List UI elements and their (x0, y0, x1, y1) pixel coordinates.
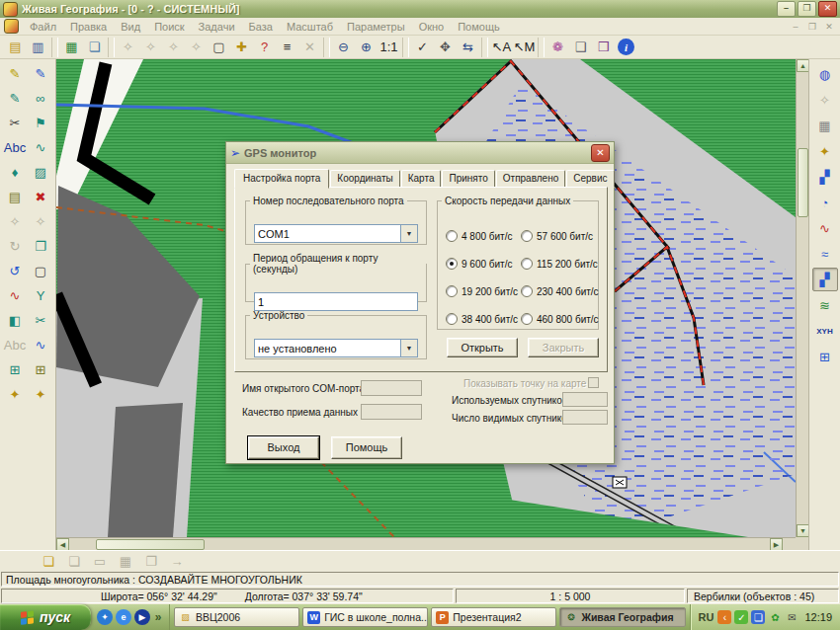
flashlight-icon[interactable]: ✦ (812, 139, 838, 163)
taskbar-task-button[interactable]: ▨ ВВЦ2006 (174, 607, 299, 627)
quicklaunch-media-icon[interactable]: ▶ (134, 609, 150, 625)
scroll-down-icon[interactable]: ▼ (797, 524, 808, 537)
lamp-add-icon[interactable]: ✚ (230, 37, 253, 58)
dialog-tab[interactable]: Сервис (566, 170, 614, 188)
start-button[interactable]: пуск (0, 604, 91, 630)
relief-map-icon[interactable]: ≋ (812, 293, 838, 317)
baud-rate-radio[interactable]: 115 200 бит/с (521, 250, 599, 277)
pie-chart-icon[interactable]: ◔ (812, 191, 838, 214)
toolbar-button[interactable] (323, 38, 330, 57)
period-input[interactable] (254, 292, 418, 311)
baud-rate-radio[interactable]: 19 200 бит/с (446, 277, 521, 305)
big-squares-icon[interactable]: ⊞ (28, 357, 53, 381)
chevron-down-icon[interactable]: ▼ (400, 340, 417, 356)
layer-new-icon[interactable]: ❏ (36, 550, 61, 572)
palette-icon[interactable]: ❁ (546, 37, 569, 58)
vertical-scroll-thumb[interactable] (798, 148, 808, 217)
curve-icon[interactable]: ∿ (28, 333, 53, 356)
menu-item[interactable]: Окно (412, 19, 452, 35)
delete-icon[interactable]: ✖ (28, 185, 53, 208)
draw-object-icon[interactable]: ✎ (2, 86, 28, 110)
horizontal-scrollbar[interactable]: ◀ ▶ (56, 537, 796, 550)
taskbar-task-button[interactable]: P Презентация2 (431, 607, 556, 627)
abc-gray-icon[interactable]: Abc (2, 333, 28, 356)
menu-item[interactable]: Параметры (340, 19, 412, 35)
lamp-grid-icon[interactable]: ✧ (28, 209, 53, 233)
maximize-button[interactable]: ❐ (798, 1, 816, 17)
dialog-tab[interactable]: Настройка порта (234, 169, 329, 189)
layers-book-icon[interactable]: ▦ (60, 37, 83, 58)
help-button[interactable]: Помощь (331, 436, 402, 459)
lamp-dots-icon[interactable]: ✦ (28, 382, 53, 406)
dialog-close-button[interactable]: ✕ (591, 144, 610, 162)
cursor-m-icon[interactable]: ↖M (513, 37, 536, 58)
menu-item[interactable]: Вид (114, 19, 147, 35)
open-icon[interactable]: ▤ (4, 37, 27, 58)
lamp-a-icon[interactable]: ✧ (2, 209, 28, 233)
pan-hand-icon[interactable]: ✥ (434, 37, 457, 58)
scroll-left-icon[interactable]: ◀ (56, 538, 69, 550)
merge-icon[interactable]: ◧ (2, 308, 28, 332)
hatch-rect-icon[interactable]: ▨ (28, 160, 53, 184)
lamp-4-icon[interactable]: ✧ (185, 37, 208, 58)
scroll-right-icon[interactable]: ▶ (770, 538, 783, 550)
dialog-tab[interactable]: Принято (442, 170, 494, 188)
mdi-restore-button[interactable]: ❐ (805, 22, 819, 32)
cursor-a-icon[interactable]: ↖A (490, 37, 513, 58)
menu-item[interactable]: Файл (23, 19, 63, 35)
area-chart-icon[interactable]: ▞ (812, 165, 838, 189)
save-icon[interactable]: ▥ (27, 37, 49, 58)
quicklaunch-more-icon[interactable]: » (153, 609, 163, 625)
flag-icon[interactable]: ⚑ (28, 111, 53, 134)
scroll-up-icon[interactable]: ▲ (797, 59, 808, 72)
toolbar-button[interactable] (402, 38, 409, 57)
panel-icon[interactable]: ▭ (87, 550, 113, 572)
toolbar-button[interactable] (538, 38, 545, 57)
lamp-off-icon[interactable]: ✕ (298, 37, 321, 58)
sheets-icon[interactable]: ❐ (138, 550, 164, 572)
language-indicator[interactable]: RU (699, 611, 714, 623)
mdi-minimize-button[interactable]: – (789, 22, 802, 32)
lamp-3-icon[interactable]: ✧ (162, 37, 185, 58)
xyh-icon[interactable]: XYH (812, 319, 838, 343)
menu-item[interactable]: База (242, 19, 280, 35)
branch-icon[interactable]: Y (28, 283, 53, 307)
mdi-close-button[interactable]: ✕ (822, 22, 836, 32)
toolbar-button[interactable] (481, 38, 488, 57)
info-icon[interactable]: i (618, 39, 634, 55)
menu-item[interactable]: Правка (63, 19, 114, 35)
table-icon[interactable]: ▦ (113, 550, 138, 572)
exit-button[interactable]: Выход (248, 436, 319, 459)
lamp-2-icon[interactable]: ✧ (139, 37, 162, 58)
rotate-gray-icon[interactable]: ↻ (2, 234, 28, 258)
baud-rate-radio[interactable]: 57 600 бит/с (521, 222, 599, 250)
select-dashed-icon[interactable]: ▢ (28, 259, 53, 282)
toolbar-button[interactable] (51, 38, 58, 57)
taskbar-task-button[interactable]: W ГИС в школе_полна... (302, 607, 428, 627)
select-area-icon[interactable]: ▢ (208, 37, 230, 58)
draw-query-icon[interactable]: ✎ (2, 61, 28, 85)
export-icon[interactable]: → (164, 550, 190, 572)
toolbar-button[interactable] (108, 38, 115, 57)
menu-item[interactable]: Помощь (451, 19, 507, 35)
com-port-select[interactable]: COM1 ▼ (254, 224, 418, 243)
minimize-button[interactable]: – (777, 1, 796, 17)
vertical-scrollbar[interactable]: ▲ ▼ (796, 59, 808, 537)
curves-icon[interactable]: ≈ (812, 242, 838, 266)
tray-mail-icon[interactable]: ✉ (785, 610, 798, 624)
check-icon[interactable]: ✓ (411, 37, 434, 58)
baud-rate-radio[interactable]: 38 400 бит/с (446, 305, 521, 333)
chart-gray-icon[interactable]: ✧ (812, 88, 838, 112)
tray-antivirus-icon[interactable]: ✓ (734, 610, 748, 624)
baud-rate-radio[interactable]: 4 800 бит/с (446, 222, 521, 250)
tray-rollback-icon[interactable]: ‹ (717, 610, 731, 624)
zoom-in-icon[interactable]: ⊕ (355, 37, 378, 58)
baud-rate-radio[interactable]: 460 800 бит/с (521, 305, 599, 333)
refresh-icon[interactable]: ⇆ (457, 37, 479, 58)
binoculars-icon[interactable]: ∞ (28, 86, 53, 110)
quicklaunch-ie-icon[interactable]: e (116, 609, 131, 625)
zoom-out-icon[interactable]: ⊖ (332, 37, 355, 58)
cut-line-icon[interactable]: ✂ (28, 308, 53, 332)
help-book-icon[interactable]: ❒ (592, 37, 615, 58)
zoom-1-1-icon[interactable]: 1:1 (378, 37, 400, 58)
